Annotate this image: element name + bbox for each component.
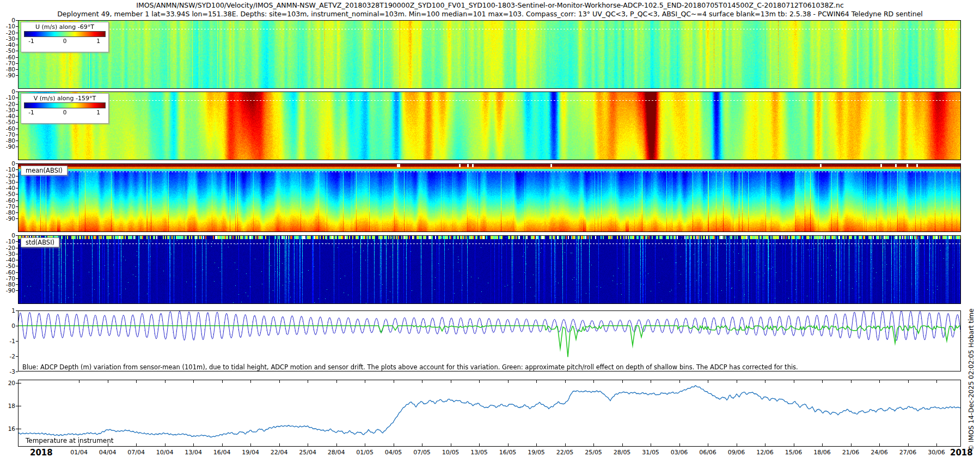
x-tick-label: 01/04 (67, 449, 91, 456)
y-tick-label: -40 (0, 185, 15, 191)
depth-variation-panel: Blue: ADCP Depth (m) variation from sens… (18, 310, 961, 371)
depth-variation-plot (18, 310, 961, 371)
tick-mark (16, 310, 18, 311)
x-tick-label: 19/04 (238, 449, 262, 456)
tick-mark (16, 188, 18, 188)
tick-mark (16, 290, 18, 291)
tick-mark (16, 141, 18, 141)
v-legend-title: V (m/s) along -159°T (24, 94, 106, 102)
x-tick-label: 10/05 (439, 449, 463, 456)
y-tick-label: -80 (0, 209, 15, 216)
v-velocity-panel: V (m/s) along -159°T -1 0 1 (18, 92, 961, 160)
colorbar-tick-max: 1 (96, 109, 100, 115)
y-tick-label: -1 (0, 338, 15, 344)
y-tick-label: -3 (0, 368, 15, 375)
u-velocity-heatmap (18, 20, 961, 89)
tick-mark (16, 104, 18, 105)
y-tick-label: -40 (0, 41, 15, 48)
temperature-plot (18, 380, 961, 447)
x-tick-label: 10/04 (153, 449, 177, 456)
x-tick-label: 28/05 (610, 449, 634, 456)
tick-mark (16, 110, 18, 111)
x-tick-label: 03/06 (667, 449, 691, 456)
v-velocity-heatmap (18, 92, 961, 160)
y-tick-label: 18 (0, 403, 15, 409)
adcp-diagnostics-figure: IMOS/ANMN/NSW/SYD100/Velocity/IMOS_ANMN-… (0, 0, 980, 463)
y-tick-label: -70 (0, 203, 15, 210)
tick-mark (16, 147, 18, 147)
tick-mark (16, 169, 18, 170)
temperature-label: Temperature at instrument (26, 437, 114, 444)
tick-mark (16, 39, 18, 39)
x-tick-label: 12/06 (753, 449, 777, 456)
y-tick-label: -80 (0, 66, 15, 72)
y-tick-label: -30 (0, 35, 15, 42)
tick-mark (16, 218, 18, 219)
tick-mark (16, 33, 18, 33)
y-tick-label: -30 (0, 251, 15, 257)
x-tick-label: 04/04 (96, 449, 120, 456)
tick-mark (16, 266, 18, 266)
mean-absi-label: mean(ABSI) (21, 166, 68, 175)
y-tick-label: -80 (0, 281, 15, 288)
tick-mark (16, 98, 18, 98)
colorbar-tick-min: -1 (28, 38, 34, 44)
temperature-panel: Temperature at instrument (18, 380, 961, 447)
tick-mark (16, 212, 18, 213)
y-tick-label: -20 (0, 101, 15, 107)
tick-mark (16, 20, 18, 21)
colorbar-tick-max: 1 (96, 38, 100, 44)
x-tick-label: 22/05 (553, 449, 577, 456)
y-tick-label: 0 (0, 322, 15, 329)
y-tick-label: -10 (0, 166, 15, 173)
tick-mark (16, 235, 18, 236)
y-tick-label: -70 (0, 131, 15, 138)
y-tick-label: -2 (0, 353, 15, 360)
figure-title-filename: IMOS/ANMN/NSW/SYD100/Velocity/IMOS_ANMN-… (0, 1, 980, 9)
mean-absi-heatmap (18, 163, 961, 232)
x-axis-year-left: 2018 (30, 448, 53, 458)
tick-mark (16, 248, 18, 248)
x-tick-label: 30/06 (924, 449, 948, 456)
tick-mark (16, 176, 18, 176)
x-tick-label: 18/06 (810, 449, 834, 456)
tick-mark (16, 260, 18, 260)
depth-variation-annotation: Blue: ADCP Depth (m) variation from sens… (22, 363, 798, 371)
y-tick-label: 0 (0, 88, 15, 95)
y-tick-label: -70 (0, 275, 15, 282)
tick-mark (16, 135, 18, 135)
y-tick-label: 0 (0, 232, 15, 239)
y-tick-label: -50 (0, 47, 15, 54)
v-colorbar-legend: V (m/s) along -159°T -1 0 1 (21, 93, 109, 124)
y-tick-label: -20 (0, 173, 15, 179)
tick-mark (16, 182, 18, 182)
u-legend-title: U (m/s) along -69°T (24, 23, 106, 31)
x-tick-label: 22/04 (267, 449, 291, 456)
tick-mark (16, 383, 18, 383)
imos-copyright-watermark: © IMOS 14-Dec-2025 02:02:05 Hobart time (967, 308, 975, 451)
x-tick-label: 15/06 (782, 449, 806, 456)
tick-mark (16, 51, 18, 51)
std-absi-heatmap (18, 235, 961, 304)
x-tick-label: 06/06 (696, 449, 720, 456)
y-tick-label: -90 (0, 287, 15, 294)
tick-mark (16, 163, 18, 164)
colorbar-tick-min: -1 (28, 109, 34, 115)
y-tick-label: -30 (0, 107, 15, 113)
jet-colorbar (24, 31, 106, 37)
tick-mark (16, 406, 18, 406)
std-absi-label: std(ABSI) (21, 237, 59, 247)
tick-mark (16, 341, 18, 342)
tick-mark (16, 254, 18, 254)
u-velocity-panel: U (m/s) along -69°T -1 0 1 (18, 20, 961, 89)
x-tick-label: 31/05 (639, 449, 663, 456)
mean-absi-panel: mean(ABSI) (18, 163, 961, 232)
y-tick-label: -90 (0, 143, 15, 150)
colorbar-tick-zero: 0 (63, 38, 67, 44)
y-tick-label: 1 (0, 307, 15, 314)
x-tick-label: 01/05 (353, 449, 377, 456)
tick-mark (16, 194, 18, 194)
y-tick-label: -60 (0, 125, 15, 132)
tick-mark (16, 57, 18, 58)
x-tick-label: 28/04 (324, 449, 348, 456)
